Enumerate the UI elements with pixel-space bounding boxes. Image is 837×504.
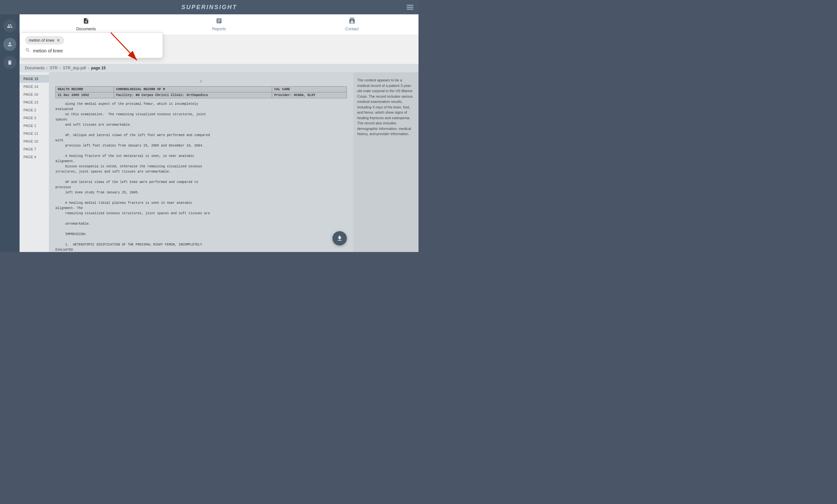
left-sidebar: [0, 14, 20, 252]
breadcrumb-bar: Documents › STR › STR_dup.pdf › page 15: [20, 64, 418, 72]
page-item-11[interactable]: PAGE 11: [20, 130, 49, 137]
page-item-7[interactable]: PAGE 7: [20, 145, 49, 153]
page-item-13[interactable]: PAGE 13: [20, 98, 49, 106]
page-item-10[interactable]: PAGE 10: [20, 137, 49, 145]
breadcrumb-sep-3: ›: [88, 66, 89, 70]
doc-header-provider: Provider: OCHOA, ELOY: [272, 92, 347, 98]
tab-documents-label: Documents: [76, 27, 96, 31]
page-item-4[interactable]: PAGE 4: [20, 153, 49, 161]
menu-line-2: [407, 7, 413, 7]
tab-contact[interactable]: Contact: [286, 14, 418, 35]
page-item-16[interactable]: PAGE 16: [20, 91, 49, 98]
sidebar-icon-person[interactable]: [3, 38, 16, 51]
scroll-up-indicator: ∧: [55, 79, 347, 84]
menu-button[interactable]: [407, 5, 413, 10]
search-tag-close-button[interactable]: ✕: [56, 38, 60, 43]
doc-header-date: 21 Dec 2005 1052: [56, 92, 114, 98]
page-item-3[interactable]: PAGE 3: [20, 114, 49, 122]
doc-content: ∧ HEALTH RECORD CHRONOLOGICAL RECORD OF …: [49, 72, 353, 252]
search-tag-row: metion of knee ✕: [25, 36, 157, 44]
tab-contact-label: Contact: [345, 27, 358, 31]
right-panel: The content appears to be a medical reco…: [353, 72, 418, 252]
page-list: PAGE 15 PAGE 14 PAGE 16 PAGE 13 PAGE 2 P…: [20, 72, 49, 252]
search-input[interactable]: [33, 48, 157, 53]
breadcrumb-sep-2: ›: [60, 66, 61, 70]
page-item-14[interactable]: PAGE 14: [20, 83, 49, 91]
download-button[interactable]: [333, 231, 347, 245]
search-icon: [25, 48, 30, 54]
reports-icon: [216, 18, 222, 26]
doc-header-col3: CAL CARE: [272, 87, 347, 92]
search-container: metion of knee ✕: [20, 32, 163, 58]
breadcrumb-file[interactable]: STR_dup.pdf: [63, 66, 86, 70]
search-tag-text: metion of knee: [29, 38, 54, 43]
breadcrumb-documents[interactable]: Documents: [25, 66, 44, 70]
main-layout: Documents Reports Contact: [0, 14, 418, 252]
content-area: Documents Reports Contact: [20, 14, 418, 252]
tab-reports-label: Reports: [212, 27, 226, 31]
breadcrumb-page: page 15: [91, 66, 106, 70]
doc-body: along the medial aspect of the proximal …: [55, 101, 347, 252]
breadcrumb-str[interactable]: STR: [50, 66, 58, 70]
menu-line-3: [407, 9, 413, 10]
doc-scroll-area: PAGE 15 PAGE 14 PAGE 16 PAGE 13 PAGE 2 P…: [20, 72, 418, 252]
breadcrumb-sep-1: ›: [47, 66, 48, 70]
menu-line-1: [407, 5, 413, 5]
right-panel-text: The content appears to be a medical reco…: [357, 77, 414, 137]
tab-documents[interactable]: Documents: [20, 14, 153, 35]
documents-icon: [83, 18, 89, 26]
sidebar-icon-trash[interactable]: [3, 56, 16, 69]
top-bar: SUPERINSIGHT: [0, 0, 418, 14]
page-item-15[interactable]: PAGE 15: [20, 75, 49, 83]
sidebar-icon-users[interactable]: [3, 20, 16, 33]
doc-header-col2: CHRONOLOGICAL RECORD OF M: [114, 87, 272, 92]
page-item-1[interactable]: PAGE 1: [20, 122, 49, 130]
search-input-row: [25, 48, 157, 54]
doc-header-col1: HEALTH RECORD: [56, 87, 114, 92]
page-item-2[interactable]: PAGE 2: [20, 106, 49, 114]
doc-header-facility: Facility: NH Corpus Christi Clinic: Orth…: [114, 92, 272, 98]
tab-reports[interactable]: Reports: [153, 14, 286, 35]
app-title: SUPERINSIGHT: [181, 4, 237, 11]
contact-icon: [349, 18, 355, 26]
search-tag: metion of knee ✕: [25, 36, 64, 44]
doc-header-table: HEALTH RECORD CHRONOLOGICAL RECORD OF M …: [55, 86, 347, 98]
